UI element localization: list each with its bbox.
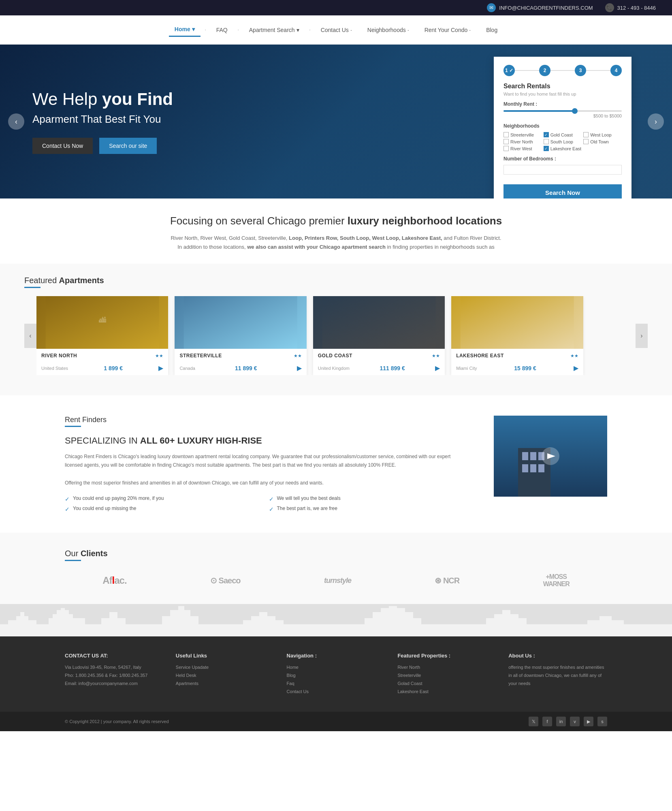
- phone-contact[interactable]: 📞 312 - 493 - 8446: [605, 3, 656, 12]
- svg-rect-7: [522, 452, 528, 460]
- river-north-checkbox[interactable]: [503, 139, 509, 144]
- nav-item-blog[interactable]: Blog: [480, 23, 503, 36]
- footer-link-apartments[interactable]: Apartments: [176, 680, 275, 688]
- gold-coast-checkbox[interactable]: ✓: [544, 132, 549, 137]
- rent-section-label: Rent Finders: [65, 416, 469, 424]
- bedrooms-input[interactable]: [503, 165, 622, 175]
- nav-separator: ·: [205, 26, 207, 34]
- footer: CONTACT US AT: Via Ludovisi 39-45, Rome,…: [0, 636, 672, 712]
- neighborhoods-label: Neighborhoods: [503, 123, 622, 129]
- nav-item-contact[interactable]: Contact Us ·: [315, 23, 358, 36]
- footer-about-text: offering the most superior finishes and …: [508, 664, 607, 687]
- apt-footer-2: Canada 11 899 € ▶: [175, 363, 306, 375]
- footer-props-title: Featured Properties :: [397, 653, 496, 659]
- nav-item-rent-condo[interactable]: Rent Your Condo ·: [419, 23, 477, 36]
- neighborhood-south-loop[interactable]: South Loop: [544, 139, 582, 144]
- social-vimeo[interactable]: v: [570, 717, 580, 726]
- footer-about-title: About Us :: [508, 653, 607, 659]
- step-3: 3: [575, 65, 586, 76]
- search-now-button[interactable]: Search Now: [503, 184, 622, 198]
- featured-underline: [24, 287, 41, 288]
- nav-item-faq[interactable]: FAQ: [211, 23, 233, 36]
- phone-icon: 📞: [605, 3, 614, 12]
- footer-prop-river-north[interactable]: River North: [397, 664, 496, 672]
- neighborhood-west-loop[interactable]: West Loop: [583, 132, 622, 137]
- apartment-card-1[interactable]: 🏙 RIVER NORTH ★★ United States 1 899 € ▶: [36, 296, 168, 375]
- neighborhood-river-west[interactable]: River West: [503, 146, 542, 151]
- social-facebook[interactable]: f: [542, 717, 552, 726]
- neighborhood-gold-coast[interactable]: ✓ Gold Coast: [544, 132, 582, 137]
- rent-slider[interactable]: [503, 110, 622, 112]
- footer-nav-faq[interactable]: Faq: [287, 680, 386, 688]
- carousel-next[interactable]: ›: [636, 324, 648, 348]
- neighborhood-streeterville[interactable]: Streeterville: [503, 132, 542, 137]
- svg-rect-10: [522, 464, 528, 472]
- nav-item-home[interactable]: Home ▾: [169, 23, 201, 37]
- bedrooms-label: Number of Bedrooms :: [503, 156, 622, 162]
- apt-arrow-4[interactable]: ▶: [574, 364, 578, 372]
- neighborhood-river-north[interactable]: River North: [503, 139, 542, 144]
- footer-nav-title: Navigation :: [287, 653, 386, 659]
- footer-nav-home[interactable]: Home: [287, 664, 386, 672]
- apt-arrow-3[interactable]: ▶: [435, 364, 440, 372]
- social-skype[interactable]: s: [597, 717, 607, 726]
- footer-contact-title: CONTACT US AT:: [65, 653, 164, 659]
- lakeshore-east-checkbox[interactable]: ✓: [544, 146, 549, 151]
- footer-nav-blog[interactable]: Blog: [287, 672, 386, 680]
- neighborhood-old-town[interactable]: Old Town: [583, 139, 622, 144]
- check-icon-3: ✓: [65, 506, 70, 512]
- footer-link-service[interactable]: Service Upadate: [176, 664, 275, 672]
- rent-row: Monthly Rent : $500 to $5000: [503, 101, 622, 118]
- hero-prev-button[interactable]: ‹: [8, 113, 24, 130]
- focus-heading: Focusing on several Chicago premier luxu…: [65, 215, 607, 227]
- apt-price-1: 1 899 €: [104, 365, 123, 371]
- footer-prop-gold-coast[interactable]: Golad Coast: [397, 680, 496, 688]
- slider-thumb: [572, 108, 578, 114]
- social-twitter[interactable]: 𝕏: [529, 717, 538, 726]
- footer-prop-lakeshore[interactable]: Lakeshore East: [397, 688, 496, 696]
- apt-name-3: GOLD COAST: [318, 353, 352, 359]
- apt-country-3: United Kingdom: [318, 366, 350, 371]
- apartment-card-2[interactable]: STREETERVILLE ★★ Canada 11 899 € ▶: [175, 296, 306, 375]
- carousel-prev[interactable]: ‹: [24, 324, 36, 348]
- footer-address: Via Ludovisi 39-45, Rome, 54267, Italy: [65, 664, 164, 672]
- contact-us-button[interactable]: Contact Us Now: [32, 138, 93, 154]
- nav-item-neighborhoods[interactable]: Neighborhoods ·: [362, 23, 415, 36]
- rent-check-3: ✓ You could end up missing the: [65, 506, 266, 512]
- clients-title: Our Clients: [65, 549, 607, 558]
- streeterville-checkbox[interactable]: [503, 132, 509, 137]
- apt-info-1: RIVER NORTH ★★: [36, 349, 168, 363]
- apt-footer-4: Miami City 15 899 € ▶: [451, 363, 583, 375]
- apt-country-2: Canada: [179, 366, 195, 371]
- footer-social: 𝕏 f in v ▶ s: [529, 717, 607, 726]
- featured-section: Featured Apartments ‹ 🏙: [0, 264, 672, 395]
- old-town-checkbox[interactable]: [583, 139, 589, 144]
- footer-link-held[interactable]: Held Desk: [176, 672, 275, 680]
- email-contact[interactable]: ✉ INFO@CHICAGORENTFINDERS.COM: [487, 3, 593, 12]
- south-loop-checkbox[interactable]: [544, 139, 549, 144]
- video-placeholder[interactable]: [494, 416, 607, 497]
- footer-prop-streeterville[interactable]: Streeterville: [397, 672, 496, 680]
- search-site-button[interactable]: Search our site: [99, 138, 157, 154]
- apt-price-4: 15 899 €: [514, 365, 536, 371]
- search-panel-subtitle: Want to find you home fast fill this up: [503, 92, 622, 96]
- social-linkedin[interactable]: in: [556, 717, 566, 726]
- apartment-card-4[interactable]: LAKESHORE EAST ★★ Miami City 15 899 € ▶: [451, 296, 583, 375]
- social-youtube[interactable]: ▶: [584, 717, 593, 726]
- apartment-card-3[interactable]: GOLD COAST ★★ United Kingdom 111 899 € ▶: [313, 296, 445, 375]
- step-line: [550, 70, 575, 71]
- apt-arrow-1[interactable]: ▶: [158, 364, 163, 372]
- neighborhood-lakeshore-east[interactable]: ✓ Lakeshore East: [544, 146, 582, 151]
- client-logo-ncr: ⊛ NCR: [435, 576, 459, 585]
- nav-item-apartment-search[interactable]: Apartment Search ▾: [243, 23, 305, 36]
- river-west-checkbox[interactable]: [503, 146, 509, 151]
- nav-separator: ·: [309, 26, 311, 34]
- west-loop-checkbox[interactable]: [583, 132, 589, 137]
- apt-arrow-2[interactable]: ▶: [297, 364, 302, 372]
- hero-next-button[interactable]: ›: [648, 113, 664, 130]
- rent-video-area: [494, 416, 607, 512]
- apt-name-1: RIVER NORTH: [41, 353, 77, 359]
- apt-price-3: 111 899 €: [380, 365, 405, 371]
- footer-email: Email: info@yourcompanyname.com: [65, 680, 164, 688]
- footer-nav-contact[interactable]: Contact Us: [287, 688, 386, 696]
